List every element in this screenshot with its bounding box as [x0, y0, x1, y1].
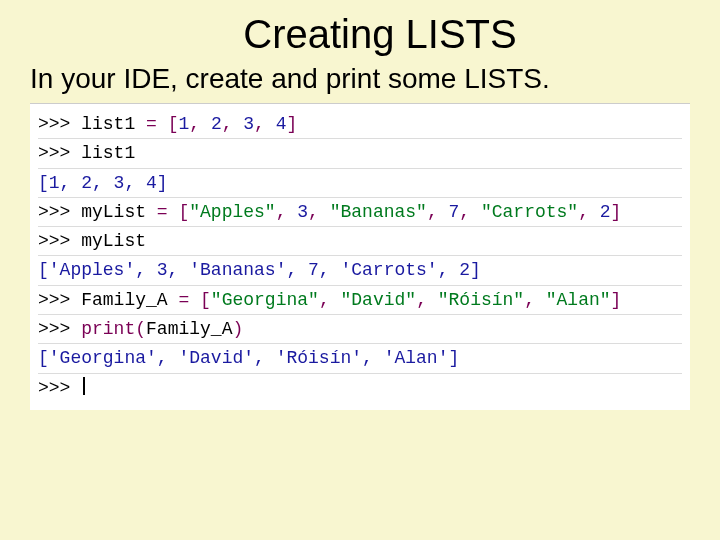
- cursor-icon: [83, 377, 85, 395]
- prompt-icon: >>>: [38, 319, 70, 339]
- slide-title: Creating LISTS: [0, 12, 720, 57]
- comma: ,: [319, 290, 341, 310]
- code-line: >>>: [38, 374, 682, 402]
- output-text: ['Apples', 3, 'Bananas', 7, 'Carrots', 2…: [38, 260, 481, 280]
- comma: ,: [524, 290, 546, 310]
- bracket-open: [: [168, 114, 179, 134]
- paren-close: ): [232, 319, 243, 339]
- operator: =: [135, 114, 167, 134]
- comma: ,: [416, 290, 438, 310]
- identifier: myList: [81, 202, 146, 222]
- operator: =: [146, 202, 178, 222]
- string-literal: "Georgina": [211, 290, 319, 310]
- prompt-icon: >>>: [38, 143, 70, 163]
- string-literal: "David": [341, 290, 417, 310]
- output-line: [1, 2, 3, 4]: [38, 169, 682, 198]
- comma: ,: [254, 114, 276, 134]
- operator: =: [168, 290, 200, 310]
- comma: ,: [427, 202, 449, 222]
- number-literal: 1: [178, 114, 189, 134]
- prompt-icon: >>>: [38, 378, 70, 398]
- number-literal: 3: [297, 202, 308, 222]
- bracket-close: ]: [287, 114, 298, 134]
- string-literal: "Bananas": [330, 202, 427, 222]
- number-literal: 3: [243, 114, 254, 134]
- output-line: ['Georgina', 'David', 'Róisín', 'Alan']: [38, 344, 682, 373]
- identifier: Family_A: [81, 290, 167, 310]
- comma: ,: [222, 114, 244, 134]
- code-line: >>> Family_A = ["Georgina", "David", "Ró…: [38, 286, 682, 315]
- identifier: Family_A: [146, 319, 232, 339]
- code-line: >>> print(Family_A): [38, 315, 682, 344]
- string-literal: "Alan": [546, 290, 611, 310]
- paren-open: (: [135, 319, 146, 339]
- python-console: >>> list1 = [1, 2, 3, 4] >>> list1 [1, 2…: [30, 103, 690, 410]
- comma: ,: [276, 202, 298, 222]
- bracket-open: [: [178, 202, 189, 222]
- bracket-close: ]: [611, 202, 622, 222]
- code-line: >>> myList = ["Apples", 3, "Bananas", 7,…: [38, 198, 682, 227]
- bracket-close: ]: [611, 290, 622, 310]
- comma: ,: [189, 114, 211, 134]
- identifier: myList: [81, 231, 146, 251]
- slide: Creating LISTS In your IDE, create and p…: [0, 12, 720, 540]
- number-literal: 7: [449, 202, 460, 222]
- comma: ,: [578, 202, 600, 222]
- bracket-open: [: [200, 290, 211, 310]
- output-line: ['Apples', 3, 'Bananas', 7, 'Carrots', 2…: [38, 256, 682, 285]
- identifier: list1: [81, 114, 135, 134]
- prompt-icon: >>>: [38, 231, 70, 251]
- comma: ,: [308, 202, 330, 222]
- string-literal: "Carrots": [481, 202, 578, 222]
- code-line: >>> list1 = [1, 2, 3, 4]: [38, 110, 682, 139]
- prompt-icon: >>>: [38, 290, 70, 310]
- comma: ,: [459, 202, 481, 222]
- slide-subtitle: In your IDE, create and print some LISTS…: [30, 63, 720, 95]
- number-literal: 2: [211, 114, 222, 134]
- string-literal: "Róisín": [438, 290, 524, 310]
- prompt-icon: >>>: [38, 114, 70, 134]
- code-line: >>> list1: [38, 139, 682, 168]
- string-literal: "Apples": [189, 202, 275, 222]
- number-literal: 4: [276, 114, 287, 134]
- function-name: print: [81, 319, 135, 339]
- output-text: [1, 2, 3, 4]: [38, 173, 168, 193]
- code-line: >>> myList: [38, 227, 682, 256]
- prompt-icon: >>>: [38, 202, 70, 222]
- number-literal: 2: [600, 202, 611, 222]
- identifier: list1: [81, 143, 135, 163]
- output-text: ['Georgina', 'David', 'Róisín', 'Alan']: [38, 348, 459, 368]
